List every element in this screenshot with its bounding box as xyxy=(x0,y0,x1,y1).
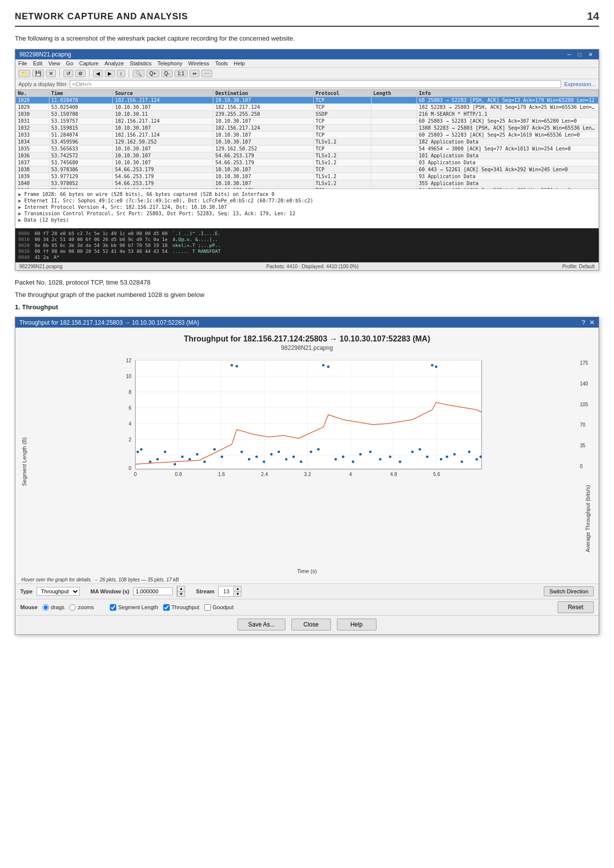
svg-point-49 xyxy=(248,458,250,461)
table-row[interactable]: 103351.284074182.156.217.12410.10.30.107… xyxy=(16,132,599,139)
reset-button[interactable]: Reset xyxy=(558,601,594,613)
toolbar-goto[interactable]: ↕ xyxy=(117,70,125,77)
table-row[interactable]: 103853.97838654.66.253.17910.10.30.107TC… xyxy=(16,166,599,173)
ma-spinner-down[interactable]: ▼ xyxy=(178,592,185,597)
throughput-checkbox[interactable] xyxy=(163,604,170,611)
detail-line[interactable]: ▶ Internet Protocol Version 4, Src: 182.… xyxy=(18,204,596,210)
menu-edit[interactable]: Edit xyxy=(33,60,43,66)
segment-length-checkbox-label[interactable]: Segment Length xyxy=(110,604,158,611)
toolbar-save[interactable]: 💾 xyxy=(32,70,44,77)
svg-point-61 xyxy=(334,458,337,461)
table-row[interactable]: 103153.159757182.156.217.12410.10.30.107… xyxy=(16,118,599,125)
svg-point-48 xyxy=(240,451,243,453)
stream-down[interactable]: ▼ xyxy=(234,592,241,597)
table-row[interactable]: 102811.028478182.156.217.12410.10.30.107… xyxy=(16,97,599,104)
filter-input[interactable] xyxy=(70,80,562,88)
svg-point-77 xyxy=(461,461,463,463)
filter-label: Apply a display filter xyxy=(18,81,67,87)
tp-right-axis-area: 175 140 105 70 35 0 Average Throughput (… xyxy=(580,355,594,568)
menu-file[interactable]: File xyxy=(18,60,27,66)
toolbar-more[interactable]: ⋯ xyxy=(201,70,212,77)
segment-length-checkbox[interactable] xyxy=(110,604,116,611)
ma-window-input[interactable] xyxy=(133,587,173,595)
right-tick-175: 175 xyxy=(580,360,594,366)
detail-line[interactable]: ▶ Transmission Control Protocol, Src Por… xyxy=(18,210,596,217)
ws-titlebar-controls: ─ □ ✕ xyxy=(566,51,595,58)
filter-expression[interactable]: Expression... xyxy=(564,81,596,87)
goodput-checkbox[interactable] xyxy=(204,604,211,611)
ws-minimize-btn[interactable]: ─ xyxy=(566,51,573,58)
table-row[interactable]: 103053.15070810.10.30.11239.255.255.250S… xyxy=(16,111,599,118)
toolbar-resize[interactable]: ⇔ xyxy=(189,70,199,77)
toolbar-open[interactable]: 📁 xyxy=(18,70,30,77)
table-row[interactable]: 102953.02540010.10.30.107182.156.217.124… xyxy=(16,104,599,111)
toolbar-capture-opts[interactable]: ⚙ xyxy=(75,70,86,77)
table-row[interactable]: 103253.15981510.10.30.107182.156.217.124… xyxy=(16,125,599,132)
mouse-drags-input[interactable] xyxy=(43,604,49,611)
table-row[interactable]: 104053.97805254.66.253.17910.10.30.107TL… xyxy=(16,180,599,187)
type-label: Type xyxy=(20,588,33,594)
save-as-button[interactable]: Save As... xyxy=(237,619,285,630)
toolbar-forward[interactable]: ▶ xyxy=(105,70,115,77)
mouse-label: Mouse xyxy=(20,604,38,610)
toolbar-find[interactable]: 🔍 xyxy=(133,70,144,77)
menu-wireless[interactable]: Wireless xyxy=(189,60,209,66)
close-button[interactable]: Close xyxy=(291,619,331,630)
svg-text:3.2: 3.2 xyxy=(304,472,311,477)
col-source: Source xyxy=(113,90,213,97)
toolbar-zoom-reset[interactable]: 1:1 xyxy=(175,70,188,77)
menu-view[interactable]: View xyxy=(48,60,60,66)
ws-statusbar: 982298N21.pcapng Packets: 4410 · Display… xyxy=(15,262,599,270)
table-row[interactable]: 103453.459596129.162.50.25210.10.30.107T… xyxy=(16,139,599,145)
svg-point-41 xyxy=(189,458,191,461)
help-button[interactable]: Help xyxy=(337,619,377,630)
detail-line[interactable]: ▶ Frame 1028: 66 bytes on wire (528 bits… xyxy=(18,191,596,197)
toolbar-close[interactable]: ✕ xyxy=(46,70,56,77)
toolbar-back[interactable]: ◀ xyxy=(93,70,103,77)
col-length: Length xyxy=(371,90,417,97)
tp-close-btn[interactable]: ✕ xyxy=(589,319,595,326)
mouse-zooms-radio[interactable]: zooms xyxy=(69,604,94,611)
menu-analyze[interactable]: Analyze xyxy=(104,60,124,66)
ws-close-btn[interactable]: ✕ xyxy=(586,51,595,58)
menu-help[interactable]: Help xyxy=(234,60,245,66)
table-row[interactable]: 103753.74568010.10.30.10754.66.253.179TL… xyxy=(16,159,599,166)
toolbar-zoom-out[interactable]: Q- xyxy=(161,70,173,77)
table-row[interactable]: 103553.56563310.10.30.107129.162.50.252T… xyxy=(16,145,599,152)
svg-point-46 xyxy=(231,364,233,367)
stream-up[interactable]: ▲ xyxy=(234,586,241,592)
table-row[interactable]: 103653.74257210.10.30.10754.66.253.179TL… xyxy=(16,152,599,159)
table-row[interactable]: 103953.97712954.66.253.17910.10.30.107TL… xyxy=(16,173,599,180)
detail-line[interactable]: ▶ Ethernet II, Src: Sophos_49:1c:e0 (7c:… xyxy=(18,197,596,204)
mouse-drags-radio[interactable]: drags xyxy=(43,604,65,611)
tp-question-icon[interactable]: ? xyxy=(582,319,585,326)
toolbar-reload[interactable]: ↺ xyxy=(63,70,73,77)
detail-line[interactable]: ▶ Data (12 bytes) xyxy=(18,217,596,223)
tp-x-label: Time (s) xyxy=(45,568,569,574)
mouse-zooms-input[interactable] xyxy=(69,604,76,611)
menu-capture[interactable]: Capture xyxy=(79,60,98,66)
throughput-window: Throughput for 182.156.217.124:25803 → 1… xyxy=(15,317,599,635)
throughput-label: Throughput xyxy=(172,604,199,610)
svg-text:0.8: 0.8 xyxy=(175,472,182,477)
switch-direction-button[interactable]: Switch Direction xyxy=(544,586,594,596)
svg-point-47 xyxy=(236,365,238,368)
svg-point-43 xyxy=(203,461,206,463)
svg-point-69 xyxy=(411,451,414,453)
svg-point-50 xyxy=(255,456,258,458)
menu-tools[interactable]: Tools xyxy=(215,60,228,66)
menu-telephony[interactable]: Telephony xyxy=(157,60,182,66)
page-title: NETWORK CAPTURE AND ANALYSIS xyxy=(15,11,188,22)
menu-go[interactable]: Go xyxy=(66,60,73,66)
menu-statistics[interactable]: Statistics xyxy=(130,60,151,66)
throughput-checkbox-label[interactable]: Throughput xyxy=(163,604,199,611)
toolbar-zoom-in[interactable]: Q+ xyxy=(146,70,159,77)
ws-hex-pane: 000060 f7 28 e0 b5 c2 7c 5e 1c 49 1c e0 … xyxy=(15,228,599,262)
ma-spinner-up[interactable]: ▲ xyxy=(178,586,185,592)
goodput-checkbox-label[interactable]: Goodput xyxy=(204,604,234,611)
ws-maximize-btn[interactable]: □ xyxy=(576,51,583,58)
type-select[interactable]: Throughput xyxy=(37,587,80,596)
svg-point-75 xyxy=(446,456,448,458)
packet-table: No. Time Source Destination Protocol Len… xyxy=(15,90,599,189)
tp-right-ticks: 175 140 105 70 35 0 xyxy=(580,355,594,469)
